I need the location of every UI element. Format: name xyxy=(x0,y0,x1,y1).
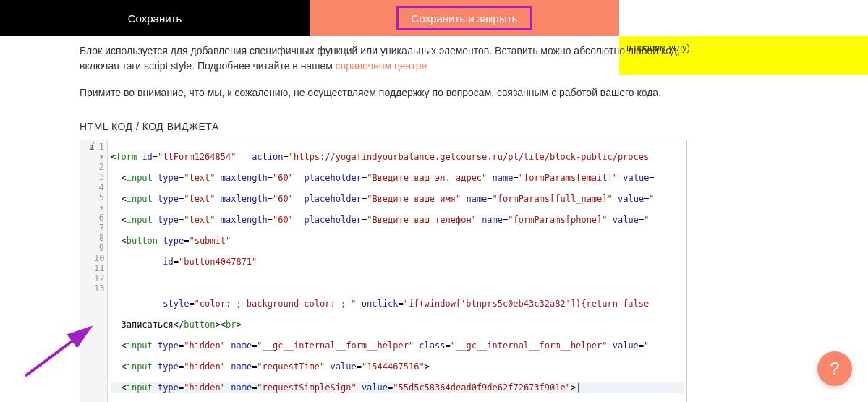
description-text-2: Примите во внимание, что мы, к сожалению… xyxy=(80,85,691,100)
info-icon: i xyxy=(85,142,94,152)
annotation-highlight xyxy=(396,6,532,30)
html-code-section-title: HTML КОД / КОД ВИДЖЕТА xyxy=(80,121,788,132)
code-editor[interactable]: i1 ▾ 2 3 4 5 ▾ 6 7 8 9 10 11 12 13 <form… xyxy=(80,140,687,402)
description-block: Блок используется для добавления специфи… xyxy=(80,43,691,100)
editor-gutter: i1 ▾ 2 3 4 5 ▾ 6 7 8 9 10 11 12 13 xyxy=(80,140,108,402)
help-button[interactable]: ? xyxy=(817,351,852,386)
help-center-link[interactable]: справочном центре xyxy=(336,60,427,72)
save-and-close-button[interactable]: Сохранить и закрыть xyxy=(310,0,619,36)
top-toolbar: Сохранить Сохранить и закрыть xyxy=(0,0,868,36)
editor-content[interactable]: <form id="ltForm1264854" action="https:/… xyxy=(108,140,686,402)
save-button[interactable]: Сохранить xyxy=(0,0,310,36)
